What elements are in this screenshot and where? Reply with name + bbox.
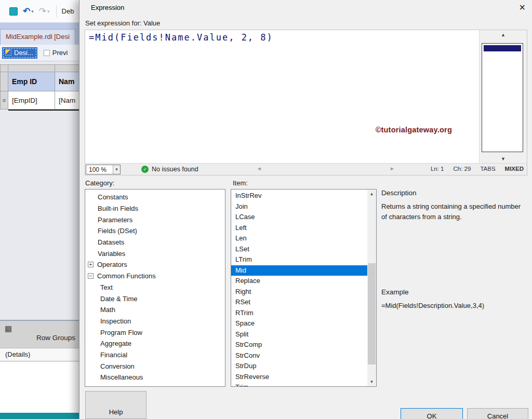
item-row[interactable]: Split <box>231 329 367 340</box>
scrollbar-down-icon[interactable]: ▼ <box>367 377 376 386</box>
editor-minimap[interactable] <box>482 43 523 152</box>
category-tree[interactable]: ConstantsBuilt-in FieldsParametersFields… <box>85 189 225 387</box>
column-handle[interactable] <box>8 64 55 72</box>
zoom-select[interactable]: 100 % ▾ <box>86 165 121 174</box>
tabs-indicator: TABS <box>480 166 495 172</box>
hscroll-right-icon[interactable]: ► <box>390 166 395 171</box>
item-row[interactable]: Trim <box>231 382 367 386</box>
category-item-label: Miscellaneous <box>100 373 143 381</box>
category-item[interactable]: Aggregate <box>85 338 225 349</box>
debug-target-label[interactable]: Deb <box>62 7 74 15</box>
item-row[interactable]: Left <box>231 223 367 234</box>
collapse-icon[interactable]: − <box>88 273 94 279</box>
editor-scroll-column: ▲ ▼ <box>479 30 527 163</box>
category-item[interactable]: Inspection <box>85 316 225 327</box>
category-item[interactable]: Text <box>85 282 225 293</box>
category-item[interactable]: Math <box>85 304 225 316</box>
category-item[interactable]: Built-in Fields <box>85 203 225 214</box>
item-row[interactable]: Join <box>231 201 367 212</box>
expand-icon[interactable]: + <box>88 262 94 267</box>
category-label: Category: <box>85 179 114 187</box>
item-row[interactable]: StrConv <box>231 350 367 361</box>
category-item[interactable]: Variables <box>85 248 225 259</box>
category-item[interactable]: Constants <box>85 192 225 203</box>
ok-button-label: OK <box>427 412 437 419</box>
item-row[interactable]: Replace <box>231 276 367 287</box>
redo-icon[interactable]: ↷ <box>39 6 46 17</box>
item-row[interactable]: LSet <box>231 244 367 255</box>
category-item-label: Built-in Fields <box>98 205 138 212</box>
preview-view-label: Previ <box>52 49 68 57</box>
category-item-label: Text <box>100 283 113 291</box>
item-row[interactable]: StrReverse <box>231 372 367 383</box>
cancel-button[interactable]: Cancel <box>467 408 528 419</box>
item-row[interactable]: Right <box>231 287 367 298</box>
set-expression-label: Set expression for: Value <box>85 19 160 27</box>
category-item[interactable]: Conversion <box>85 360 225 372</box>
category-item[interactable]: Date & Time <box>85 293 225 304</box>
watermark-text: ©tutorialgateway.org <box>376 126 452 134</box>
toolbar-separator <box>56 6 57 17</box>
scroll-down-icon[interactable]: ▼ <box>480 156 527 161</box>
column-indicator: Ch: 29 <box>454 166 471 172</box>
item-row[interactable]: RSet <box>231 297 367 308</box>
design-icon <box>5 49 11 56</box>
mode-indicator: MIXED <box>505 166 524 172</box>
category-item-label: Constants <box>98 193 128 201</box>
zoom-dropdown-icon: ▾ <box>113 165 120 174</box>
item-row[interactable]: Len <box>231 233 367 244</box>
tool-window-icon[interactable] <box>9 7 18 16</box>
document-tab[interactable]: MidExample.rdl [Desi <box>0 29 75 45</box>
header-cell-empid[interactable]: Emp ID <box>8 72 55 91</box>
design-view-label: Desi... <box>14 49 33 57</box>
redo-dropdown-icon[interactable]: ▾ <box>47 9 50 14</box>
description-panel: Description Returns a string containing … <box>381 189 527 222</box>
category-item[interactable]: −Common Functions <box>85 271 225 282</box>
expression-text[interactable]: =Mid(Fields!Name.Value, 2, 8) <box>85 30 479 43</box>
column-handles-row <box>0 64 91 72</box>
category-item-label: Datasets <box>98 238 124 246</box>
category-item[interactable]: Parameters <box>85 214 225 225</box>
item-row[interactable]: StrDup <box>231 361 367 372</box>
item-list[interactable]: InStrRevJoinLCaseLeftLenLSetLTrimMidRepl… <box>231 191 367 386</box>
preview-icon <box>44 50 50 56</box>
expression-code-area[interactable]: =Mid(Fields!Name.Value, 2, 8) ©tutorialg… <box>85 30 479 163</box>
category-item-label: Financial <box>100 351 127 359</box>
category-item[interactable]: Fields (DSet) <box>85 225 225 237</box>
category-item-label: Conversion <box>100 362 135 370</box>
undo-dropdown-icon[interactable]: ▾ <box>31 9 34 14</box>
example-label: Example <box>381 288 527 296</box>
item-row[interactable]: LTrim <box>231 254 367 265</box>
category-item[interactable]: +Operators <box>85 259 225 271</box>
zoom-value: 100 % <box>86 166 113 173</box>
close-icon[interactable]: ✕ <box>519 3 526 12</box>
scroll-up-icon[interactable]: ▲ <box>480 32 527 37</box>
item-row[interactable]: Space <box>231 318 367 329</box>
row-handle[interactable]: ≡ <box>0 91 8 110</box>
category-item[interactable]: Program Flow <box>85 327 225 338</box>
item-row[interactable]: LCase <box>231 212 367 223</box>
dialog-titlebar[interactable]: Expression ✕ <box>79 0 532 16</box>
category-item[interactable]: Miscellaneous <box>85 372 225 383</box>
data-cell-empid[interactable]: [EmpID] <box>8 91 55 110</box>
caret-position-indicators: Ln: 1 Ch: 29 TABS MIXED <box>431 166 524 172</box>
scrollbar-thumb[interactable] <box>368 263 376 364</box>
table-corner-handle[interactable] <box>0 64 8 72</box>
preview-view-button[interactable]: Previ <box>41 47 71 58</box>
item-row[interactable]: InStrRev <box>231 191 367 201</box>
ok-button[interactable]: OK <box>401 408 463 419</box>
row-handle[interactable] <box>0 72 8 91</box>
item-row[interactable]: StrComp <box>231 340 367 350</box>
item-list-scrollbar[interactable]: ▲ ▼ <box>367 190 376 386</box>
design-view-button[interactable]: Desi... <box>2 47 37 59</box>
category-item[interactable]: Financial <box>85 349 225 361</box>
category-item[interactable]: Datasets <box>85 237 225 248</box>
item-row[interactable]: Mid <box>231 265 367 276</box>
help-button[interactable]: Help <box>85 391 147 419</box>
hscroll-left-icon[interactable]: ◄ <box>257 166 262 171</box>
item-row[interactable]: RTrim <box>231 308 367 319</box>
category-item-label: Variables <box>98 250 125 258</box>
no-issues-check-icon: ✓ <box>141 166 149 173</box>
scrollbar-up-icon[interactable]: ▲ <box>367 190 376 198</box>
undo-icon[interactable]: ↶ <box>23 6 30 17</box>
